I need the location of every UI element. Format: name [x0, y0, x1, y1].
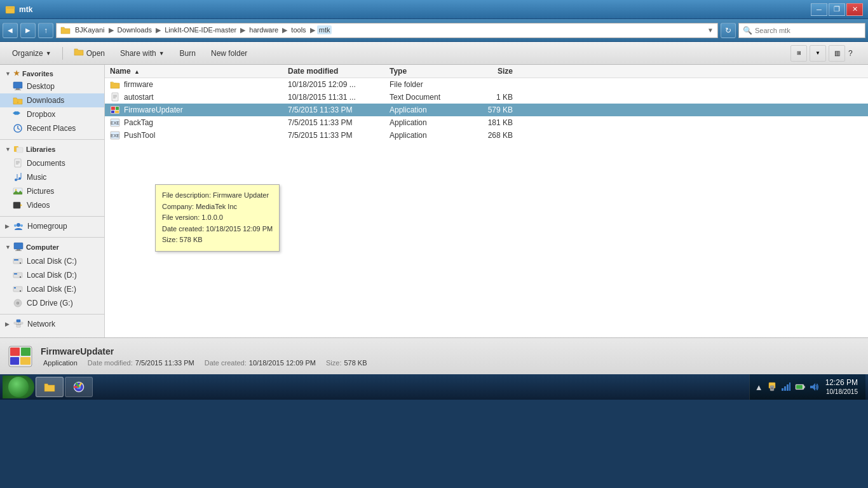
svg-point-28: [20, 224, 23, 227]
computer-header[interactable]: ▼ Computer: [0, 240, 104, 254]
sidebar-item-music[interactable]: Music: [0, 170, 104, 184]
title-bar: mtk ─ ❐ ✕: [0, 0, 868, 19]
sidebar-item-documents[interactable]: Documents: [0, 156, 104, 170]
file-row[interactable]: autostart 10/18/2015 11:31 ... Text Docu…: [105, 91, 868, 104]
address-dropdown-icon[interactable]: ▼: [707, 27, 714, 34]
share-dropdown-icon: ▼: [159, 50, 165, 57]
col-date-label: Date modified: [288, 67, 338, 76]
status-date-created-label: Date created:: [205, 359, 247, 367]
restore-button[interactable]: ❐: [829, 3, 845, 16]
file-date: 10/18/2015 11:31 ...: [283, 93, 384, 102]
svg-rect-78: [784, 386, 786, 391]
favorites-arrow-icon: ▼: [5, 71, 11, 77]
sidebar-item-local-d[interactable]: Local Disk (D:): [0, 268, 104, 282]
refresh-button[interactable]: ↻: [721, 23, 736, 38]
taskbar-chrome-btn[interactable]: [65, 377, 93, 397]
organize-dropdown-icon: ▼: [46, 50, 51, 57]
computer-arrow-icon: ▼: [5, 244, 11, 250]
file-row[interactable]: EXE PushTool 7/5/2015 11:33 PM Applicati…: [105, 129, 868, 142]
new-folder-button[interactable]: New folder: [204, 44, 254, 62]
search-input[interactable]: [755, 27, 861, 34]
view-dropdown-icon[interactable]: ▼: [810, 45, 826, 62]
status-file-name: FirmwareUpdater: [41, 346, 367, 356]
status-size-value: 578 KB: [344, 359, 367, 367]
svg-rect-33: [14, 259, 18, 261]
status-type: Application: [41, 359, 78, 367]
file-row[interactable]: EXE PackTag 7/5/2015 11:33 PM Applicatio…: [105, 116, 868, 129]
back-button[interactable]: ◀: [3, 23, 18, 38]
text-file-icon: [110, 92, 120, 102]
tooltip-description: File description: Firmware Updater: [162, 190, 273, 201]
sidebar-item-recent[interactable]: Recent Places: [0, 121, 104, 135]
svg-text:EXE: EXE: [111, 133, 119, 138]
sidebar-item-homegroup[interactable]: ▶ Homegroup: [0, 219, 104, 233]
svg-point-43: [17, 302, 18, 304]
sidebar-item-pictures[interactable]: Pictures: [0, 184, 104, 198]
cd-drive-icon: [13, 298, 23, 308]
sidebar-item-local-e[interactable]: Local Disk (E:): [0, 282, 104, 296]
tooltip-company: Company: MediaTek Inc: [162, 201, 273, 213]
view-details-icon[interactable]: ⊞: [790, 45, 807, 62]
col-size-header[interactable]: Size: [467, 67, 518, 76]
sidebar-item-downloads[interactable]: ↓ Downloads: [0, 93, 104, 107]
open-button[interactable]: Open: [67, 44, 112, 62]
window-title: mtk: [19, 5, 32, 14]
app-icon-2: EXE: [110, 130, 120, 140]
up-button[interactable]: ↑: [38, 23, 53, 38]
toolbar-separator-1: [62, 47, 63, 60]
tray-network-icon: [781, 382, 791, 392]
file-type: File folder: [384, 80, 467, 89]
title-bar-left: mtk: [5, 4, 32, 15]
help-button[interactable]: ?: [848, 44, 863, 62]
system-tray: ▲ 12:26 PM 10/18/2015: [749, 374, 865, 400]
address-box[interactable]: BJKayani ▶ Downloads ▶ LinkIt-ONE-IDE-ma…: [56, 23, 718, 38]
svg-rect-83: [796, 385, 803, 389]
favorites-label: Favorites: [22, 70, 53, 78]
window-icon: [5, 4, 15, 15]
svg-rect-57: [116, 107, 119, 110]
start-button[interactable]: [3, 376, 34, 398]
file-name: PushTool: [124, 131, 155, 140]
libraries-header[interactable]: ▼ Libraries: [0, 142, 104, 156]
favorites-header[interactable]: ▼ ★ Favorites: [0, 67, 104, 79]
sidebar-item-network[interactable]: ▶ Network: [0, 317, 104, 331]
col-type-header[interactable]: Type: [384, 67, 467, 76]
burn-button[interactable]: Burn: [173, 44, 203, 62]
libraries-icon: [13, 144, 24, 154]
tray-volume-icon: [809, 382, 819, 392]
desktop-icon: [13, 81, 23, 92]
libraries-arrow-icon: ▼: [5, 146, 11, 152]
sidebar-local-e-label: Local Disk (E:): [27, 285, 76, 294]
sidebar-cd-g-label: CD Drive (G:): [27, 299, 73, 308]
svg-rect-46: [14, 322, 17, 324]
sidebar-item-cd-g[interactable]: CD Drive (G:): [0, 296, 104, 310]
col-date-header[interactable]: Date modified: [283, 67, 384, 76]
file-row[interactable]: firmware 10/18/2015 12:09 ... File folde…: [105, 78, 868, 91]
svg-rect-39: [14, 287, 16, 288]
sidebar-music-label: Music: [27, 173, 46, 182]
libraries-section: ▼ Libraries Documents Music Pictures Vid…: [0, 142, 104, 212]
search-box[interactable]: 🔍: [738, 23, 865, 38]
preview-pane-icon[interactable]: ▥: [829, 45, 845, 62]
sidebar-item-dropbox[interactable]: Dropbox: [0, 107, 104, 121]
svg-line-50: [18, 324, 22, 325]
sidebar-item-desktop[interactable]: Desktop: [0, 79, 104, 93]
file-row-selected[interactable]: FirmwareUpdater 7/5/2015 11:33 PM Applic…: [105, 104, 868, 116]
close-button[interactable]: ✕: [846, 3, 863, 16]
tray-battery-icon: [795, 382, 805, 392]
taskbar-file-explorer-btn[interactable]: [36, 377, 64, 397]
minimize-button[interactable]: ─: [811, 3, 827, 16]
organize-button[interactable]: Organize ▼: [5, 44, 58, 62]
file-date: 7/5/2015 11:33 PM: [283, 131, 384, 140]
forward-button[interactable]: ▶: [20, 23, 36, 38]
status-date-created-value: 10/18/2015 12:09 PM: [249, 359, 316, 367]
svg-rect-44: [17, 325, 20, 327]
tooltip-size: Size: 578 KB: [162, 234, 273, 246]
col-name-header[interactable]: Name ▲: [105, 67, 283, 76]
sidebar-item-local-c[interactable]: Local Disk (C:): [0, 254, 104, 268]
file-tooltip: File description: Firmware Updater Compa…: [155, 184, 280, 252]
sidebar-item-videos[interactable]: Videos: [0, 198, 104, 212]
svg-point-26: [17, 223, 20, 227]
tray-arrow-icon[interactable]: ▲: [755, 383, 763, 392]
share-with-button[interactable]: Share with ▼: [113, 44, 172, 62]
